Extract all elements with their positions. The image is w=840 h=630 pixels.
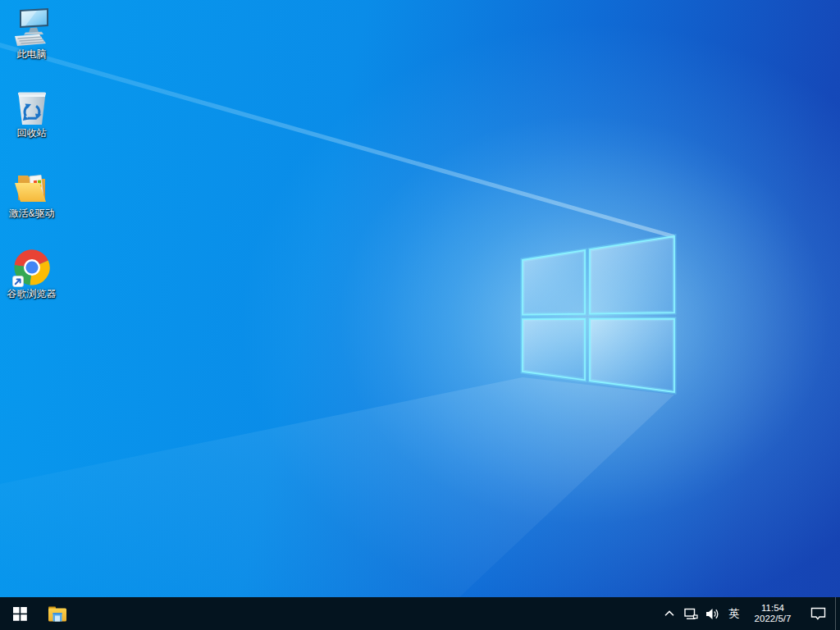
chevron-up-icon [664,610,674,617]
tray-clock-button[interactable]: 11:54 2022/5/7 [745,597,801,630]
taskbar-file-explorer-button[interactable] [39,597,75,630]
system-tray: 英 11:54 2022/5/7 [660,597,840,630]
desktop-icon-activation-drivers[interactable]: 激活&驱动 [1,167,62,220]
desktop-icon-label: 此电脑 [17,49,47,61]
open-folder-icon [12,167,52,207]
clock-date: 2022/5/7 [755,614,792,624]
windows-start-icon [13,607,27,621]
desktop-icon-recycle-bin[interactable]: 回收站 [1,87,62,139]
action-center-button[interactable] [801,597,835,630]
volume-icon [705,608,720,620]
desktop-wallpaper: 此电脑 [0,0,840,597]
floor-beam [0,377,674,597]
network-ethernet-icon [684,608,698,620]
desktop-icon-this-pc[interactable]: 此电脑 [1,8,62,61]
windows-desktop-screen: 此电脑 [0,0,840,630]
desktop-icon-google-chrome[interactable]: 谷歌浏览器 [1,248,62,300]
computer-icon [12,7,52,48]
start-button[interactable] [0,597,39,630]
tray-volume-button[interactable] [702,597,724,630]
action-center-icon [810,607,826,621]
taskbar-empty-area [75,597,660,630]
desktop-icon-label: 谷歌浏览器 [7,289,57,300]
taskbar: 英 11:54 2022/5/7 [0,597,840,630]
ime-language-label: 英 [729,606,740,621]
file-explorer-icon [48,605,67,623]
tray-network-button[interactable] [679,597,702,630]
desktop-icon-label: 激活&驱动 [8,208,54,220]
shortcut-arrow-overlay [12,276,23,287]
chrome-icon [12,248,52,287]
desktop-icon-label: 回收站 [17,128,47,139]
wallpaper-windows-logo-art [0,0,840,597]
show-desktop-button[interactable] [835,597,840,630]
clock-time: 11:54 [761,603,784,614]
tray-ime-indicator-button[interactable]: 英 [724,597,745,630]
tray-show-hidden-icons-button[interactable] [660,597,679,630]
recycle-bin-icon [14,87,50,126]
